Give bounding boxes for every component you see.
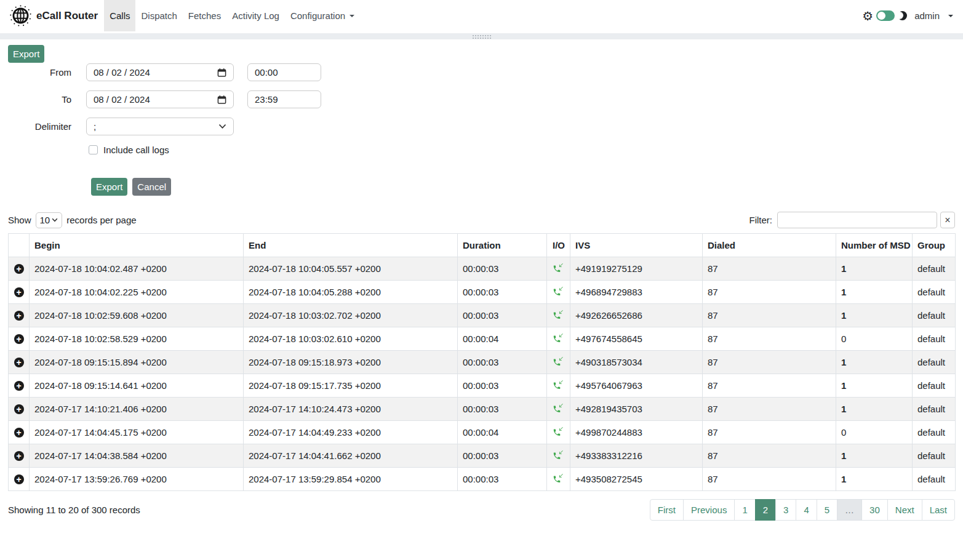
col-io[interactable]: I/O bbox=[547, 234, 570, 257]
cell-begin: 2024-07-18 09:15:15.894 +0200 bbox=[30, 351, 244, 374]
brand[interactable]: eCall Router bbox=[9, 0, 98, 31]
cell-end: 2024-07-17 13:59:29.854 +0200 bbox=[244, 468, 458, 491]
page-item-3[interactable]: 3 bbox=[775, 499, 796, 521]
page-size-select[interactable]: 10 bbox=[36, 212, 63, 228]
incoming-call-icon bbox=[553, 262, 564, 273]
expand-cell: + bbox=[9, 444, 30, 468]
cell-end: 2024-07-17 14:04:41.662 +0200 bbox=[244, 444, 458, 468]
calendar-icon[interactable] bbox=[217, 95, 226, 105]
cell-ivs: +492626652686 bbox=[570, 304, 703, 327]
globe-logo-icon bbox=[9, 4, 32, 27]
cell-duration: 00:00:04 bbox=[458, 327, 547, 351]
col-dialed[interactable]: Dialed bbox=[703, 234, 836, 257]
expand-row-button[interactable]: + bbox=[14, 381, 24, 391]
cell-end: 2024-07-18 09:15:17.735 +0200 bbox=[244, 374, 458, 398]
incoming-call-icon bbox=[553, 286, 564, 297]
cell-io bbox=[547, 468, 570, 491]
table-row: +2024-07-18 09:15:14.641 +02002024-07-18… bbox=[9, 374, 956, 398]
page-item-next[interactable]: Next bbox=[887, 499, 922, 521]
page-item-first[interactable]: First bbox=[650, 499, 684, 521]
cell-group: default bbox=[913, 421, 956, 444]
page-item-4[interactable]: 4 bbox=[796, 499, 817, 521]
col-end[interactable]: End bbox=[244, 234, 458, 257]
user-menu[interactable]: admin bbox=[914, 10, 953, 21]
chevron-down-icon bbox=[350, 15, 354, 17]
gear-icon[interactable]: ⚙ bbox=[862, 10, 873, 22]
delimiter-select[interactable]: ; bbox=[86, 118, 234, 135]
theme-toggle[interactable] bbox=[876, 10, 895, 21]
cell-begin: 2024-07-18 10:02:59.608 +0200 bbox=[30, 304, 244, 327]
nav-item-configuration[interactable]: Configuration bbox=[285, 0, 360, 31]
include-call-logs-checkbox[interactable] bbox=[89, 145, 98, 154]
expand-row-button[interactable]: + bbox=[14, 311, 24, 321]
expand-row-button[interactable]: + bbox=[14, 358, 24, 367]
table-row: +2024-07-18 10:04:02.225 +02002024-07-18… bbox=[9, 281, 956, 304]
cell-duration: 00:00:03 bbox=[458, 257, 547, 281]
table-row: +2024-07-18 10:04:02.487 +02002024-07-18… bbox=[9, 257, 956, 281]
export-toggle-button[interactable]: Export bbox=[8, 45, 44, 63]
cell-dialed: 87 bbox=[703, 257, 836, 281]
cell-duration: 00:00:03 bbox=[458, 304, 547, 327]
records-per-page-label: records per page bbox=[66, 215, 136, 225]
cell-ivs: +491919275129 bbox=[570, 257, 703, 281]
cell-msd: 0 bbox=[836, 327, 913, 351]
col-expand bbox=[9, 234, 30, 257]
expand-row-button[interactable]: + bbox=[14, 474, 24, 484]
cell-io bbox=[547, 398, 570, 421]
table-header-row: Begin End Duration I/O IVS Dialed Number… bbox=[9, 234, 956, 257]
cell-end: 2024-07-18 10:04:05.288 +0200 bbox=[244, 281, 458, 304]
cell-msd: 1 bbox=[836, 351, 913, 374]
expand-cell: + bbox=[9, 257, 30, 281]
cancel-button[interactable]: Cancel bbox=[132, 178, 171, 196]
cell-begin: 2024-07-18 10:02:58.529 +0200 bbox=[30, 327, 244, 351]
cell-begin: 2024-07-17 14:04:45.175 +0200 bbox=[30, 421, 244, 444]
cell-io bbox=[547, 374, 570, 398]
filter-input[interactable] bbox=[777, 212, 937, 228]
table-row: +2024-07-18 09:15:15.894 +02002024-07-18… bbox=[9, 351, 956, 374]
to-time-input[interactable]: 23:59 bbox=[247, 90, 321, 108]
from-date-input[interactable]: 08 / 02 / 2024 bbox=[86, 63, 234, 81]
cell-duration: 00:00:03 bbox=[458, 374, 547, 398]
expand-row-button[interactable]: + bbox=[14, 451, 24, 461]
col-duration[interactable]: Duration bbox=[458, 234, 547, 257]
from-row: From 08 / 02 / 2024 00:00 bbox=[8, 63, 955, 81]
nav-item-dispatch[interactable]: Dispatch bbox=[135, 0, 182, 31]
col-group[interactable]: Group bbox=[913, 234, 956, 257]
to-date-input[interactable]: 08 / 02 / 2024 bbox=[86, 90, 234, 108]
page-item-previous[interactable]: Previous bbox=[683, 499, 735, 521]
cell-io bbox=[547, 304, 570, 327]
cell-io bbox=[547, 327, 570, 351]
nav-item-fetches[interactable]: Fetches bbox=[183, 0, 226, 31]
expand-row-button[interactable]: + bbox=[14, 264, 24, 274]
nav-item-activity-log[interactable]: Activity Log bbox=[226, 0, 285, 31]
user-name: admin bbox=[914, 10, 940, 21]
calendar-icon[interactable] bbox=[217, 68, 226, 78]
cell-ivs: +495764067963 bbox=[570, 374, 703, 398]
expand-row-button[interactable]: + bbox=[14, 287, 24, 297]
col-begin[interactable]: Begin bbox=[30, 234, 244, 257]
nav-item-calls[interactable]: Calls bbox=[104, 0, 135, 31]
col-ivs[interactable]: IVS bbox=[570, 234, 703, 257]
cell-io bbox=[547, 351, 570, 374]
page-item-last[interactable]: Last bbox=[922, 499, 955, 521]
from-time-input[interactable]: 00:00 bbox=[247, 63, 321, 81]
navbar: eCall Router Calls Dispatch Fetches Acti… bbox=[0, 0, 963, 31]
cell-begin: 2024-07-18 09:15:14.641 +0200 bbox=[30, 374, 244, 398]
toggle-knob bbox=[877, 12, 885, 20]
page-item-1[interactable]: 1 bbox=[734, 499, 755, 521]
cell-begin: 2024-07-18 10:04:02.225 +0200 bbox=[30, 281, 244, 304]
page-item-2[interactable]: 2 bbox=[755, 499, 776, 521]
cell-end: 2024-07-18 09:15:18.973 +0200 bbox=[244, 351, 458, 374]
incoming-call-icon bbox=[553, 356, 564, 367]
export-submit-button[interactable]: Export bbox=[91, 178, 127, 196]
cell-begin: 2024-07-18 10:04:02.487 +0200 bbox=[30, 257, 244, 281]
expand-row-button[interactable]: + bbox=[14, 334, 24, 344]
expand-row-button[interactable]: + bbox=[14, 404, 24, 414]
table-row: +2024-07-18 10:02:59.608 +02002024-07-18… bbox=[9, 304, 956, 327]
page-item-30[interactable]: 30 bbox=[861, 499, 888, 521]
filter-clear-button[interactable]: × bbox=[940, 212, 955, 228]
page-item-5[interactable]: 5 bbox=[817, 499, 837, 521]
splitter-bar[interactable] bbox=[0, 33, 963, 39]
col-msd[interactable]: Number of MSD bbox=[836, 234, 913, 257]
expand-row-button[interactable]: + bbox=[14, 428, 24, 438]
